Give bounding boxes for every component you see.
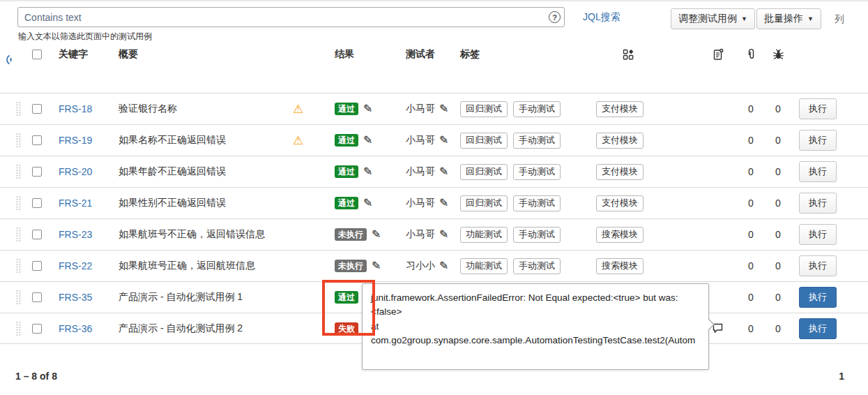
attachment-count: 0 bbox=[738, 198, 764, 209]
label-tag: 回归测试 bbox=[460, 195, 508, 211]
module-cell: 搜索模块 bbox=[589, 258, 697, 274]
adjust-testcase-label: 调整测试用例 bbox=[678, 13, 737, 25]
issue-key-link[interactable]: FRS-22 bbox=[59, 260, 92, 271]
row-checkbox[interactable] bbox=[32, 167, 42, 177]
filter-toolbar: ? JQL搜索 调整测试用例 ▼ 批量操作 ▼ 列 bbox=[0, 7, 868, 29]
edit-tester-icon[interactable]: ✎ bbox=[439, 135, 448, 146]
edit-tester-icon[interactable]: ✎ bbox=[439, 198, 448, 209]
attachment-count: 0 bbox=[738, 103, 764, 114]
checkbox-cell bbox=[32, 324, 53, 334]
table-header: 关键字 概要 结果 测试者 标签 bbox=[0, 45, 868, 64]
run-button[interactable]: 执行 bbox=[799, 255, 837, 276]
label-tag: 手动测试 bbox=[513, 195, 561, 211]
edit-tester-icon[interactable]: ✎ bbox=[439, 166, 448, 177]
issue-key-link[interactable]: FRS-35 bbox=[59, 292, 92, 303]
drag-handle-icon[interactable] bbox=[15, 227, 22, 242]
label-tag: 手动测试 bbox=[513, 227, 561, 243]
run-button[interactable]: 执行 bbox=[799, 193, 837, 214]
drag-cell bbox=[15, 164, 32, 179]
attachment-count: 0 bbox=[738, 323, 764, 334]
module-tag: 搜索模块 bbox=[596, 227, 644, 243]
run-button[interactable]: 执行 bbox=[799, 318, 837, 339]
result-range-text: 1 – 8 of 8 bbox=[15, 371, 57, 382]
drag-cell bbox=[15, 227, 32, 242]
issue-key-link[interactable]: FRS-19 bbox=[59, 135, 92, 146]
checkbox-cell bbox=[32, 135, 53, 145]
run-button[interactable]: 执行 bbox=[799, 287, 837, 308]
drag-handle-icon[interactable] bbox=[15, 133, 22, 148]
summary-text: 如果航班号正确，返回航班信息 bbox=[113, 260, 286, 272]
edit-result-icon[interactable]: ✎ bbox=[363, 135, 372, 146]
drag-cell bbox=[15, 321, 32, 336]
edit-result-icon[interactable]: ✎ bbox=[372, 229, 381, 240]
edit-tester-icon[interactable]: ✎ bbox=[439, 229, 448, 240]
defect-count: 0 bbox=[764, 198, 792, 209]
drag-handle-icon[interactable] bbox=[15, 101, 22, 117]
row-checkbox[interactable] bbox=[32, 324, 42, 334]
components-icon bbox=[623, 49, 634, 61]
defect-count: 0 bbox=[764, 135, 792, 146]
label-tag: 手动测试 bbox=[513, 133, 561, 149]
search-input[interactable] bbox=[17, 7, 565, 27]
drag-handle-icon[interactable] bbox=[15, 290, 22, 305]
drag-cell bbox=[15, 195, 32, 211]
bulk-actions-button[interactable]: 批量操作 ▼ bbox=[756, 8, 821, 29]
edit-result-icon[interactable]: ✎ bbox=[372, 260, 381, 271]
tester-name: 习小小 bbox=[406, 260, 435, 272]
issue-key-link[interactable]: FRS-18 bbox=[59, 103, 92, 114]
drag-handle-icon[interactable] bbox=[15, 321, 22, 336]
run-button[interactable]: 执行 bbox=[799, 161, 837, 182]
row-checkbox[interactable] bbox=[32, 261, 42, 271]
columns-button[interactable]: 列 bbox=[835, 13, 844, 26]
result-badge: 通过 bbox=[335, 197, 358, 209]
label-tag: 回归测试 bbox=[460, 101, 508, 117]
row-checkbox[interactable] bbox=[32, 104, 42, 114]
drag-cell bbox=[15, 290, 32, 305]
defect-count: 0 bbox=[764, 103, 792, 114]
drag-handle-icon[interactable] bbox=[15, 258, 22, 274]
help-icon[interactable]: ? bbox=[549, 11, 561, 23]
tester-name: 小马哥 bbox=[406, 165, 435, 178]
table-row: FRS-18 验证银行名称 ⚠ 通过 ✎ 小马哥 ✎ 回归测试手动测试 支付模块… bbox=[0, 93, 868, 124]
header-key: 关键字 bbox=[53, 48, 113, 61]
drag-handle-icon[interactable] bbox=[15, 195, 22, 211]
row-checkbox[interactable] bbox=[32, 135, 42, 145]
edit-result-icon[interactable]: ✎ bbox=[363, 103, 372, 114]
run-button[interactable]: 执行 bbox=[799, 98, 837, 119]
drag-cell bbox=[15, 258, 32, 274]
bug-icon bbox=[772, 48, 785, 61]
issue-key-link[interactable]: FRS-36 bbox=[59, 323, 92, 334]
edit-result-icon[interactable]: ✎ bbox=[363, 166, 372, 177]
edit-tester-icon[interactable]: ✎ bbox=[439, 103, 448, 114]
jql-search-link[interactable]: JQL搜索 bbox=[583, 11, 620, 24]
drag-cell bbox=[15, 101, 32, 117]
labels-cell: 回归测试手动测试 bbox=[453, 133, 589, 149]
row-checkbox[interactable] bbox=[32, 230, 42, 239]
row-checkbox[interactable] bbox=[32, 292, 42, 302]
select-all-checkbox[interactable] bbox=[32, 50, 42, 59]
module-tag: 支付模块 bbox=[596, 195, 644, 211]
summary-text: 如果航班号不正确，返回错误信息 bbox=[113, 228, 286, 241]
issue-key-link[interactable]: FRS-20 bbox=[59, 166, 92, 177]
result-badge: 未执行 bbox=[335, 228, 367, 241]
edit-tester-icon[interactable]: ✎ bbox=[439, 260, 448, 271]
run-button[interactable]: 执行 bbox=[799, 224, 837, 245]
issue-key-link[interactable]: FRS-23 bbox=[59, 229, 92, 240]
drag-handle-icon[interactable] bbox=[15, 164, 22, 179]
page-number[interactable]: 1 bbox=[839, 371, 844, 382]
header-result: 结果 bbox=[321, 48, 390, 61]
labels-cell: 回归测试手动测试 bbox=[453, 101, 589, 117]
edit-result-icon[interactable]: ✎ bbox=[363, 198, 372, 209]
module-cell: 支付模块 bbox=[589, 164, 697, 180]
adjust-testcase-button[interactable]: 调整测试用例 ▼ bbox=[671, 8, 755, 29]
module-tag: 支付模块 bbox=[596, 133, 644, 149]
defect-count: 0 bbox=[764, 260, 792, 271]
checkbox-cell bbox=[32, 167, 53, 177]
module-tag: 搜索模块 bbox=[596, 258, 644, 274]
result-badge: 未执行 bbox=[335, 260, 367, 272]
run-button[interactable]: 执行 bbox=[799, 130, 837, 151]
issue-key-link[interactable]: FRS-21 bbox=[59, 198, 92, 209]
row-checkbox[interactable] bbox=[32, 198, 42, 208]
summary-text: 如果年龄不正确返回错误 bbox=[113, 165, 286, 178]
label-tag: 手动测试 bbox=[513, 101, 561, 117]
